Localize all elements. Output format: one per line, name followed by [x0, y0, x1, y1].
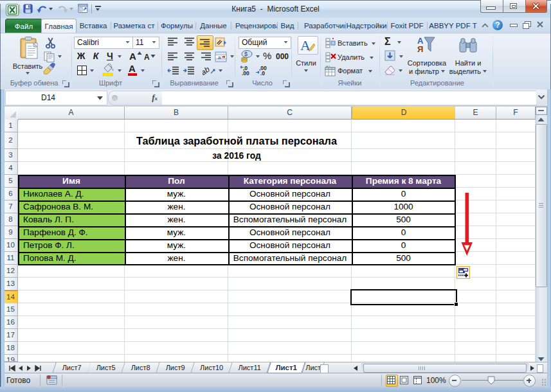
svg-text:a: a [218, 55, 221, 60]
svg-text:$: $ [244, 51, 248, 57]
svg-text:ab: ab [203, 66, 212, 76]
svg-text:,00: ,00 [242, 70, 249, 76]
svg-text:Я: Я [417, 44, 423, 54]
svg-text:,0: ,0 [260, 70, 265, 76]
